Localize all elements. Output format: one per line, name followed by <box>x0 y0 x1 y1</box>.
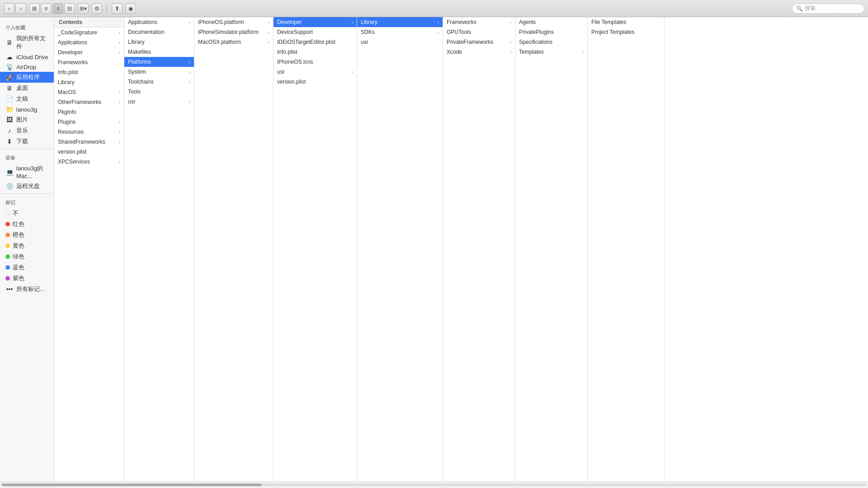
file-item[interactable]: Developer› <box>54 47 124 57</box>
sidebar-item-device-mac[interactable]: 💻 lanou3g的Mac... <box>0 163 54 181</box>
file-item[interactable]: Templates› <box>515 47 587 57</box>
sidebar-item-tag-red[interactable]: 红色 <box>0 219 54 230</box>
file-item-name: Documentation <box>128 29 165 35</box>
device-mac-icon: 💻 <box>5 169 14 176</box>
file-item[interactable]: usr› <box>274 67 357 77</box>
sidebar-item-tag-blue[interactable]: 蓝色 <box>0 262 54 273</box>
file-item[interactable]: Agents <box>515 17 587 27</box>
sidebar-item-tag-green[interactable]: 绿色 <box>0 251 54 262</box>
file-item[interactable]: MacOSX.platform› <box>194 37 273 47</box>
view-icons-button[interactable]: ⊞ <box>29 3 40 14</box>
file-item[interactable]: version.plist <box>274 77 357 87</box>
file-item-name: Resources <box>58 129 84 135</box>
scrollbar-thumb[interactable] <box>2 483 261 486</box>
file-item[interactable]: Resources› <box>54 127 124 137</box>
arrange-button[interactable]: ⊞▾ <box>78 3 89 14</box>
sidebar-item-remote-disk[interactable]: 💿 远程光盘 <box>0 181 54 192</box>
file-item[interactable]: PrivateFrameworks› <box>443 37 515 47</box>
column-agents: AgentsPrivatePluginsSpecificationsTempla… <box>515 17 588 481</box>
chevron-right-icon: › <box>119 40 120 45</box>
file-browser: Contents _CodeSignature›Applications›Dev… <box>54 17 868 481</box>
back-button[interactable]: ‹ <box>4 3 14 14</box>
file-item[interactable]: iPhoneSimulator.platform› <box>194 27 273 37</box>
file-item[interactable]: GPUTools <box>443 27 515 37</box>
file-item[interactable]: Frameworks <box>54 57 124 67</box>
file-item-name: Info.plist <box>277 49 297 55</box>
file-item-name: Library <box>128 39 145 45</box>
file-item[interactable]: OtherFrameworks› <box>54 97 124 107</box>
file-item[interactable]: _CodeSignature› <box>54 28 124 38</box>
search-box[interactable]: 🔍 搜索 <box>792 4 864 14</box>
file-item[interactable]: Xcode› <box>443 47 515 57</box>
tag-all-icon: ••• <box>5 286 14 293</box>
file-item[interactable]: XPCServices› <box>54 157 124 167</box>
column-platforms: iPhoneOS.platform›iPhoneSimulator.platfo… <box>194 17 274 481</box>
file-item[interactable]: IDEiOSTargetEditor.plist <box>274 37 357 47</box>
sidebar-item-applications[interactable]: 🚀 应用程序 <box>0 72 54 83</box>
file-item-name: PrivateFrameworks <box>447 39 493 45</box>
sidebar-item-photos[interactable]: 🖼 图片 <box>0 114 54 125</box>
file-item[interactable]: Plugins› <box>54 117 124 127</box>
file-item[interactable]: version.plist <box>54 147 124 157</box>
file-item[interactable]: usr <box>357 37 443 47</box>
sidebar-item-tag-purple[interactable]: 紫色 <box>0 273 54 284</box>
view-gallery-button[interactable]: ⊟ <box>64 3 75 14</box>
file-item[interactable]: Documentation <box>124 27 194 37</box>
file-item[interactable]: PkgInfo <box>54 107 124 117</box>
scroll-track[interactable] <box>0 481 868 488</box>
file-item[interactable]: PrivatePlugins <box>515 27 587 37</box>
chevron-right-icon: › <box>268 40 269 45</box>
file-item[interactable]: SDKs› <box>357 27 443 37</box>
file-item[interactable]: Info.plist <box>274 47 357 57</box>
file-item[interactable]: Library <box>124 37 194 47</box>
sidebar-item-tag-none[interactable]: 不 <box>0 208 54 219</box>
view-list-button[interactable]: ≡ <box>41 3 52 14</box>
chevron-right-icon: › <box>189 70 190 75</box>
sidebar-item-airdrop[interactable]: 📡 AirDrop <box>0 62 54 72</box>
file-item[interactable]: SharedFrameworks› <box>54 137 124 147</box>
sidebar-item-desktop[interactable]: 🖥 桌面 <box>0 83 54 94</box>
file-item[interactable]: Library <box>54 77 124 87</box>
file-item[interactable]: Info.plist <box>54 67 124 77</box>
search-placeholder: 搜索 <box>805 5 816 12</box>
documents-icon: 📄 <box>5 95 14 103</box>
sidebar-item-tag-orange[interactable]: 橙色 <box>0 230 54 240</box>
file-item[interactable]: iPhoneOS.icns <box>274 57 357 67</box>
sidebar-item-documents[interactable]: 📄 文稿 <box>0 94 54 104</box>
file-item-name: Specifications <box>519 39 552 45</box>
file-item-name: Applications <box>128 19 157 25</box>
file-item[interactable]: Toolchains› <box>124 77 194 87</box>
forward-button[interactable]: › <box>15 3 26 14</box>
file-item[interactable]: iPhoneOS.platform› <box>194 17 273 27</box>
sidebar-item-icloud[interactable]: ☁ iCloud Drive <box>0 52 54 62</box>
sidebar-documents-label: 文稿 <box>16 95 28 103</box>
airdrop-icon: 📡 <box>5 63 14 70</box>
sidebar-item-lanou3g[interactable]: 📁 lanou3g <box>0 104 54 114</box>
sidebar-item-tag-all[interactable]: ••• 所有标记... <box>0 284 54 295</box>
file-item[interactable]: File Templates <box>588 17 664 27</box>
sidebar-item-myfiles[interactable]: 🖥 我的所有文件 <box>0 33 54 52</box>
sidebar-item-downloads[interactable]: ⬇ 下载 <box>0 136 54 147</box>
tag-button[interactable]: ◉ <box>125 3 136 14</box>
view-columns-button[interactable]: ⦀ <box>52 3 63 14</box>
file-item[interactable]: Specifications <box>515 37 587 47</box>
file-item[interactable]: DeviceSupport <box>274 27 357 37</box>
sidebar-section-tags: 标记 <box>0 196 54 208</box>
sidebar-item-music[interactable]: ♪ 音乐 <box>0 125 54 136</box>
share-button[interactable]: ⬆ <box>112 3 123 14</box>
file-item[interactable]: usr› <box>124 97 194 107</box>
sidebar-item-tag-yellow[interactable]: 黄色 <box>0 240 54 251</box>
file-item[interactable]: Applications› <box>54 38 124 47</box>
file-item[interactable]: Tools <box>124 87 194 97</box>
file-item[interactable]: Applications› <box>124 17 194 27</box>
settings-button[interactable]: ⚙ <box>91 3 102 14</box>
sidebar-music-label: 音乐 <box>16 127 28 135</box>
file-item[interactable]: Platforms› <box>124 57 194 67</box>
file-item[interactable]: Library› <box>357 17 443 27</box>
file-item[interactable]: Frameworks› <box>443 17 515 27</box>
file-item[interactable]: System› <box>124 67 194 77</box>
file-item[interactable]: Developer› <box>274 17 357 27</box>
file-item[interactable]: Makefiles <box>124 47 194 57</box>
file-item[interactable]: Project Templates <box>588 27 664 37</box>
file-item[interactable]: MacOS› <box>54 87 124 97</box>
